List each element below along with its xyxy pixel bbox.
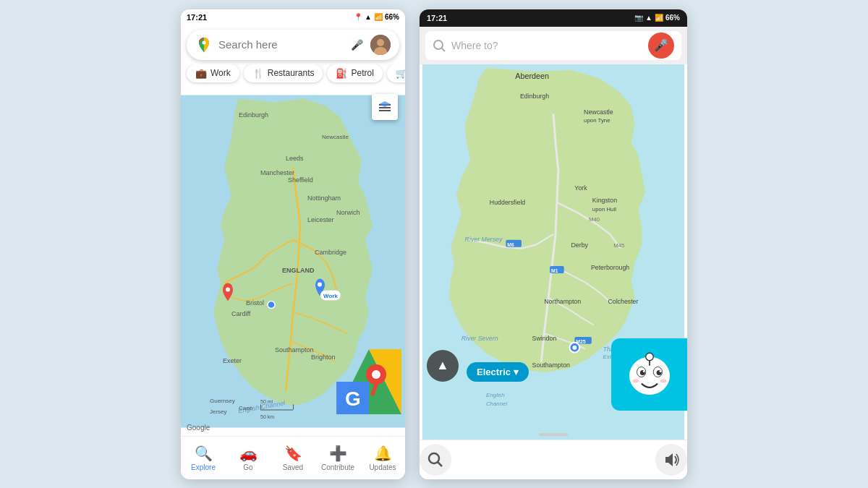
svg-text:Nottingham: Nottingham — [307, 194, 341, 201]
waze-mic-button[interactable]: 🎤 — [648, 33, 674, 59]
svg-point-29 — [226, 287, 230, 291]
svg-text:upon Hull: upon Hull — [592, 205, 616, 212]
waze-battery-text: 66% — [665, 14, 680, 22]
svg-text:upon Tyne: upon Tyne — [584, 117, 610, 124]
svg-rect-26 — [293, 404, 294, 409]
nav-item-contribute[interactable]: ➕ Contribute — [315, 445, 360, 471]
svg-text:50 mi: 50 mi — [260, 398, 273, 403]
svg-text:Cardiff: Cardiff — [231, 309, 251, 317]
chip-groceries[interactable]: 🛒 Groce... — [387, 64, 405, 82]
waze-arrow-icon: ▲ — [436, 358, 449, 373]
maps-bottom-nav: 🔍 Explore 🚗 Go 🔖 Saved ➕ Contribute 🔔 Up… — [181, 436, 405, 479]
maps-layer-button[interactable] — [372, 94, 398, 120]
svg-rect-36 — [379, 110, 391, 111]
electric-label: Electric — [477, 367, 511, 377]
gmaps-app-icon: G — [336, 349, 401, 414]
contribute-label: Contribute — [321, 463, 354, 471]
svg-text:English: English — [486, 392, 505, 398]
svg-text:M6: M6 — [507, 241, 514, 247]
svg-text:Norwich: Norwich — [336, 208, 360, 215]
chip-petrol-label: Petrol — [351, 68, 373, 78]
svg-marker-90 — [665, 453, 673, 466]
chip-restaurants[interactable]: 🍴 Restaurants — [244, 64, 323, 82]
svg-text:Channel: Channel — [486, 400, 507, 406]
chip-petrol[interactable]: ⛽ Petrol — [327, 64, 382, 82]
svg-text:Newcastle: Newcastle — [322, 133, 349, 140]
maps-map-area[interactable]: Leeds Manchester Sheffield Nottingham Le… — [181, 87, 405, 436]
nav-item-explore[interactable]: 🔍 Explore — [181, 445, 226, 471]
maps-avatar[interactable] — [370, 35, 391, 55]
svg-text:Manchester: Manchester — [260, 168, 294, 176]
svg-point-2 — [377, 39, 384, 46]
svg-text:Southampton: Southampton — [275, 346, 314, 353]
work-icon: 💼 — [195, 68, 207, 79]
svg-text:Edinburgh: Edinburgh — [520, 93, 549, 100]
svg-rect-25 — [260, 404, 261, 409]
google-watermark: Google — [187, 424, 210, 432]
svg-text:Edinburgh: Edinburgh — [239, 111, 268, 118]
waze-signal-icon: 📶 — [655, 14, 663, 22]
nav-item-updates[interactable]: 🔔 Updates — [360, 445, 405, 471]
waze-mascot-icon — [624, 349, 675, 400]
svg-text:Southampton: Southampton — [532, 361, 570, 369]
svg-rect-24 — [260, 409, 293, 410]
svg-line-89 — [438, 462, 442, 466]
contribute-icon: ➕ — [329, 445, 347, 462]
saved-icon: 🔖 — [284, 445, 302, 462]
waze-nav-arrow-button[interactable]: ▲ — [427, 350, 459, 382]
maps-battery-icon: 66% — [385, 13, 399, 21]
waze-sound-icon — [663, 452, 679, 468]
svg-text:Peterborough: Peterborough — [591, 263, 629, 270]
svg-point-84 — [645, 353, 653, 361]
svg-text:Derby: Derby — [571, 241, 588, 248]
svg-text:Leicester: Leicester — [307, 215, 334, 223]
waze-phone: 17:21 📷 ▲ 📶 66% Where to? 🎤 — [420, 9, 687, 479]
scroll-indicator — [539, 433, 568, 436]
waze-electric-button[interactable]: Electric ▾ — [467, 362, 529, 382]
maps-mic-icon[interactable]: 🎤 — [349, 37, 365, 53]
chip-restaurants-label: Restaurants — [268, 68, 315, 78]
google-maps-logo-icon — [195, 36, 213, 53]
svg-text:Guernsey: Guernsey — [210, 397, 235, 403]
svg-text:M1: M1 — [551, 267, 558, 273]
maps-status-bar: 17:21 📍 ▲ 📶 66% — [181, 9, 405, 25]
svg-text:River Severn: River Severn — [461, 334, 498, 341]
svg-text:Newcastle: Newcastle — [584, 108, 613, 115]
maps-signal-icon: 📶 — [374, 13, 383, 21]
svg-rect-35 — [379, 107, 391, 108]
svg-text:Cambridge: Cambridge — [315, 248, 346, 255]
restaurants-icon: 🍴 — [252, 68, 264, 79]
svg-text:Sheffield: Sheffield — [288, 176, 313, 183]
maps-chips-bar: 💼 Work 🍴 Restaurants ⛽ Petrol 🛒 Groce... — [181, 64, 405, 87]
waze-search-bar[interactable]: Where to? 🎤 — [425, 31, 681, 60]
go-label: Go — [243, 463, 252, 471]
waze-bottom-bar — [420, 440, 687, 479]
svg-point-86 — [632, 379, 639, 382]
nav-item-go[interactable]: 🚗 Go — [226, 445, 271, 471]
nav-item-saved[interactable]: 🔖 Saved — [271, 445, 315, 471]
chip-work-label: Work — [210, 68, 231, 78]
svg-text:Colchester: Colchester — [608, 297, 638, 304]
updates-icon: 🔔 — [374, 445, 392, 462]
electric-chevron-icon: ▾ — [514, 367, 519, 377]
svg-text:Huddersfield: Huddersfield — [490, 198, 525, 205]
waze-mic-icon: 🎤 — [654, 38, 668, 52]
go-icon: 🚗 — [239, 445, 258, 462]
svg-line-45 — [442, 48, 446, 51]
groceries-icon: 🛒 — [396, 68, 405, 79]
svg-text:M45: M45 — [613, 241, 625, 248]
svg-point-44 — [434, 40, 443, 49]
maps-location-icon: 📍 — [354, 13, 362, 21]
saved-label: Saved — [283, 463, 303, 471]
maps-search-bar[interactable]: Search here 🎤 — [187, 30, 399, 60]
waze-sound-button[interactable] — [655, 444, 687, 476]
waze-search-container: Where to? 🎤 — [420, 27, 687, 64]
explore-label: Explore — [191, 463, 216, 471]
waze-mascot-overlay — [611, 338, 687, 411]
svg-text:50 km: 50 km — [260, 414, 274, 419]
waze-map-area[interactable]: M40 M45 M6 M1 M25 Edinburgh Newcastle up… — [420, 64, 687, 440]
chip-work[interactable]: 💼 Work — [187, 64, 239, 82]
svg-text:River Mersey: River Mersey — [465, 235, 503, 242]
maps-search-input[interactable]: Search here — [218, 38, 343, 51]
waze-search-button[interactable] — [420, 444, 451, 476]
